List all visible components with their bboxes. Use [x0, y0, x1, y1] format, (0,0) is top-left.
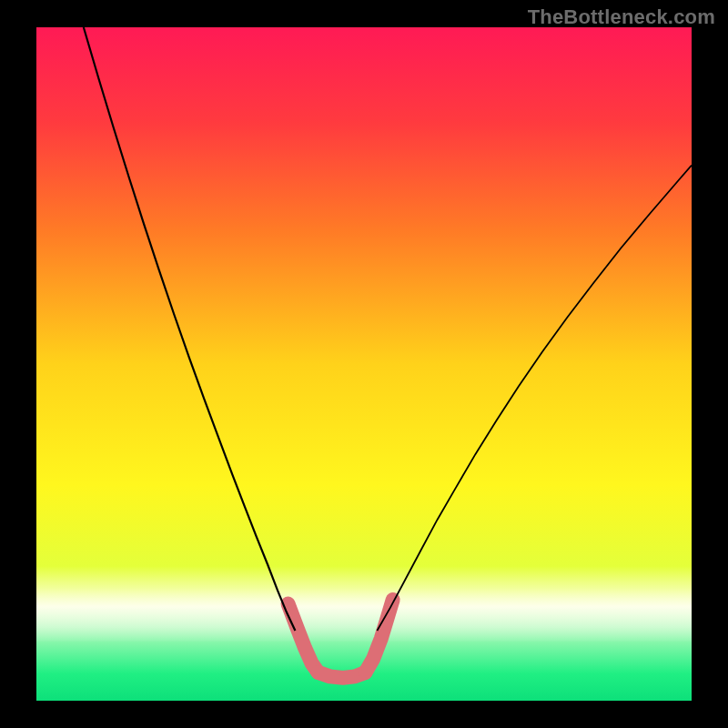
highlight-band: [36, 566, 692, 642]
plot-svg: [36, 27, 692, 701]
chart-stage: TheBottleneck.com: [0, 0, 728, 728]
watermark-text: TheBottleneck.com: [528, 5, 715, 29]
plot-area: [36, 27, 692, 701]
